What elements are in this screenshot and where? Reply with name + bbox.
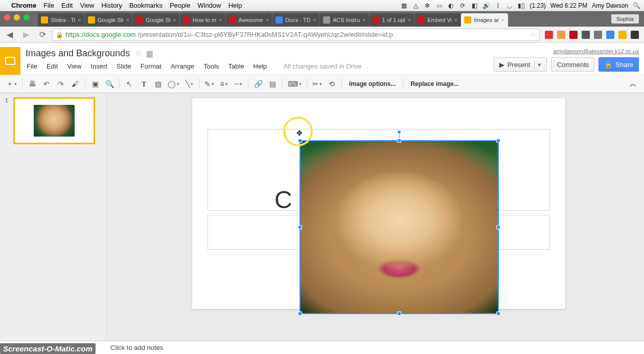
toolbar-overflow-button[interactable]: ︽ xyxy=(627,77,640,91)
resize-handle-s[interactable] xyxy=(397,312,401,316)
menubar-icon-1[interactable]: ▦ xyxy=(400,2,407,9)
menubar-icon-4[interactable]: ▭ xyxy=(435,2,443,9)
browser-tab[interactable]: Google Sli× xyxy=(85,13,132,27)
browser-tab[interactable]: Slides - Ti× xyxy=(38,13,84,27)
menu-edit[interactable]: Edit xyxy=(47,62,58,70)
menubar-clock[interactable]: Wed 6:22 PM xyxy=(550,2,587,9)
rotate-handle[interactable] xyxy=(397,130,401,134)
print-button[interactable]: 🖶 xyxy=(26,77,39,91)
menubar-bluetooth-icon[interactable]: ᛒ xyxy=(494,2,501,9)
slide-thumb-frame[interactable] xyxy=(13,97,95,144)
select-tool[interactable]: ↖ xyxy=(123,77,136,91)
resize-handle-w[interactable] xyxy=(298,225,302,229)
reset-image-button[interactable]: ⟲ xyxy=(325,77,338,91)
tab-close-icon[interactable]: × xyxy=(126,17,129,23)
resize-handle-e[interactable] xyxy=(496,225,500,229)
menubar-icon-6[interactable]: ⟳ xyxy=(459,2,466,9)
menubar-volume-icon[interactable]: 🔊 xyxy=(482,2,490,9)
reload-button[interactable]: ⟳ xyxy=(36,28,49,41)
mac-menu-file[interactable]: File xyxy=(43,2,54,9)
line-tool[interactable]: ╲▾ xyxy=(182,77,196,91)
image-tool[interactable]: ▧ xyxy=(151,77,165,91)
resize-handle-sw[interactable] xyxy=(298,312,302,316)
tab-close-icon[interactable]: × xyxy=(362,17,365,23)
line-weight-button[interactable]: ≡▾ xyxy=(217,77,231,91)
share-button[interactable]: 🔒Share xyxy=(599,57,639,72)
menubar-wifi-icon[interactable]: ◡ xyxy=(506,2,513,9)
bookmark-star-icon[interactable]: ☆ xyxy=(530,31,536,38)
line-color-button[interactable]: ✎▾ xyxy=(202,77,216,91)
textbox-tool[interactable]: 𝐓 xyxy=(137,77,150,91)
pinterest-icon[interactable] xyxy=(569,31,578,39)
mac-menu-view[interactable]: View xyxy=(80,2,94,9)
extension-icon[interactable] xyxy=(545,31,553,39)
tab-close-icon[interactable]: × xyxy=(78,17,81,23)
filmstrip[interactable]: 1 xyxy=(0,93,106,341)
menu-table[interactable]: Table xyxy=(228,62,244,70)
mac-menu-people[interactable]: People xyxy=(170,2,190,9)
browser-tab[interactable]: ACS Instru× xyxy=(320,13,369,27)
menu-insert[interactable]: Insert xyxy=(90,62,107,70)
move-folder-icon[interactable]: ▆ xyxy=(147,49,153,58)
menu-tools[interactable]: Tools xyxy=(203,62,219,70)
resize-handle-nw[interactable] xyxy=(298,139,302,143)
tab-close-icon[interactable]: × xyxy=(219,17,222,23)
menu-arrange[interactable]: Arrange xyxy=(171,62,194,70)
account-email[interactable]: amydawson@alexander.k12.nc.us xyxy=(553,48,639,54)
mac-app-name[interactable]: Chrome xyxy=(11,2,36,9)
browser-tab[interactable]: Images ar× xyxy=(461,13,508,27)
mac-menu-bookmarks[interactable]: Bookmarks xyxy=(129,2,163,9)
paint-format-button[interactable]: 🖌 xyxy=(68,77,82,91)
extension-icon[interactable] xyxy=(618,31,627,39)
window-close-button[interactable] xyxy=(4,14,10,20)
slide-canvas[interactable]: C ✥ xyxy=(192,98,565,309)
tab-close-icon[interactable]: × xyxy=(454,17,457,23)
address-bar[interactable]: 🔒 https://docs.google.com/presentation/d… xyxy=(52,29,540,41)
shape-tool[interactable]: ◯▾ xyxy=(166,77,181,91)
spotlight-icon[interactable]: 🔍 xyxy=(633,2,640,9)
image-options-button[interactable]: Image options... xyxy=(345,77,400,91)
browser-tab[interactable]: Embed Vi× xyxy=(415,13,461,27)
line-dash-button[interactable]: ┄▾ xyxy=(232,77,245,91)
browser-tab[interactable]: 1 of 1 upl× xyxy=(370,13,415,27)
menu-file[interactable]: File xyxy=(27,62,37,70)
tab-close-icon[interactable]: × xyxy=(173,17,176,23)
browser-tab[interactable]: Google Sl× xyxy=(133,13,179,27)
present-dropdown[interactable]: ▾ xyxy=(534,61,541,69)
link-button[interactable]: 🔗 xyxy=(251,77,265,91)
crop-button[interactable]: ✂▾ xyxy=(310,77,324,91)
menubar-icon-5[interactable]: ◐ xyxy=(447,2,454,9)
undo-button[interactable]: ↶ xyxy=(40,77,53,91)
tab-close-icon[interactable]: × xyxy=(313,17,316,23)
browser-tab[interactable]: Awesome× xyxy=(226,13,272,27)
speaker-notes[interactable]: Click to add notes xyxy=(0,341,644,354)
mac-menu-edit[interactable]: Edit xyxy=(61,2,73,9)
back-button[interactable]: ◀ xyxy=(3,28,16,41)
menu-format[interactable]: Format xyxy=(141,62,162,70)
window-minimize-button[interactable] xyxy=(14,14,20,20)
resize-handle-ne[interactable] xyxy=(496,139,500,143)
present-button[interactable]: ▶Present▾ xyxy=(494,57,547,72)
menubar-battery-icon[interactable]: ▮▯ xyxy=(518,2,525,9)
tab-close-icon[interactable]: × xyxy=(408,17,411,23)
mac-menu-window[interactable]: Window xyxy=(197,2,221,9)
chrome-menu-icon[interactable] xyxy=(631,31,639,39)
mac-menu-help[interactable]: Help xyxy=(228,2,242,9)
menubar-icon-7[interactable]: ◧ xyxy=(471,2,478,9)
canvas-area[interactable]: C ✥ xyxy=(106,93,644,341)
star-document-icon[interactable]: ☆ xyxy=(135,49,142,58)
slide-thumbnail[interactable]: 1 xyxy=(5,97,101,144)
browser-tab[interactable]: Docs - TD× xyxy=(272,13,319,27)
replace-image-button[interactable]: Replace image... xyxy=(406,77,463,91)
menu-slide[interactable]: Slide xyxy=(117,62,131,70)
menu-view[interactable]: View xyxy=(67,62,81,70)
resize-handle-se[interactable] xyxy=(496,312,500,316)
window-maximize-button[interactable] xyxy=(24,14,30,20)
chrome-profile-button[interactable]: Sophia xyxy=(611,14,639,24)
document-title[interactable]: Images and Backgrounds xyxy=(26,48,130,59)
resize-handle-n[interactable] xyxy=(397,139,401,143)
forward-button[interactable]: ▶ xyxy=(19,28,33,41)
redo-button[interactable]: ↷ xyxy=(54,77,67,91)
tab-close-icon[interactable]: × xyxy=(501,17,504,23)
input-tools-button[interactable]: ⌨▾ xyxy=(286,77,304,91)
